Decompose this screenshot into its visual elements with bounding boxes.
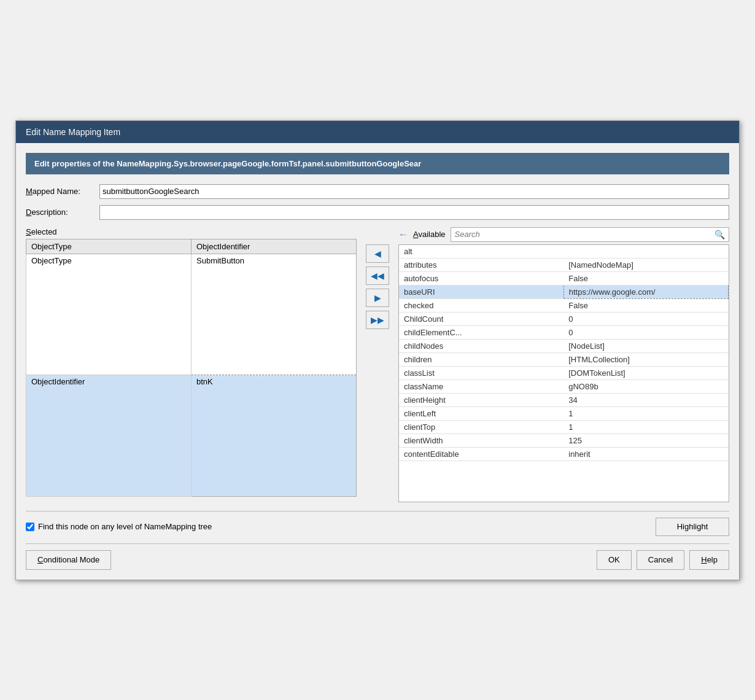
selected-col2-header: ObjectIdentifier: [192, 239, 357, 254]
available-panel: ← Available 🔍 altattributes[NamedNodeMap…: [398, 227, 729, 502]
dialog-title: Edit Name Mapping Item: [16, 121, 739, 143]
available-property: clientLeft: [399, 406, 563, 420]
available-value: 0: [563, 312, 728, 325]
table-row[interactable]: clientHeight34: [399, 393, 729, 406]
main-area: Selected ObjectType ObjectIdentifier Obj…: [26, 227, 729, 502]
available-value: [563, 245, 728, 259]
available-value: 34: [563, 393, 728, 406]
back-arrow-icon: ←: [398, 229, 408, 240]
available-property: classList: [399, 366, 563, 379]
available-property: alt: [399, 245, 563, 259]
available-property: autofocus: [399, 271, 563, 285]
table-row[interactable]: ObjectTypeSubmitButton: [26, 254, 357, 375]
highlight-button[interactable]: Highlight: [656, 518, 729, 536]
table-row[interactable]: baseURIhttps://www.google.com/: [399, 285, 729, 298]
mapped-name-input[interactable]: [99, 184, 729, 199]
selected-table: ObjectType ObjectIdentifier ObjectTypeSu…: [26, 239, 357, 497]
available-property: childElementC...: [399, 325, 563, 339]
move-left-button[interactable]: ◀: [366, 244, 389, 263]
table-row[interactable]: autofocusFalse: [399, 271, 729, 285]
search-input[interactable]: [451, 228, 711, 240]
table-row[interactable]: clientLeft1: [399, 406, 729, 420]
find-row: Find this node on any level of NameMappi…: [26, 518, 729, 536]
available-property: checked: [399, 298, 563, 312]
find-node-label: Find this node on any level of NameMappi…: [38, 522, 212, 531]
selected-cell-col1: ObjectIdentifier: [26, 375, 192, 497]
selected-cell-col2: SubmitButton: [192, 254, 357, 375]
available-header: ← Available 🔍: [398, 227, 729, 242]
ok-button[interactable]: OK: [597, 550, 632, 570]
table-row[interactable]: clientWidth125: [399, 434, 729, 447]
table-row[interactable]: clientTop1: [399, 420, 729, 434]
description-label: Description:: [26, 208, 99, 217]
find-node-checkbox[interactable]: [26, 523, 34, 531]
available-property: clientWidth: [399, 434, 563, 447]
available-property: children: [399, 352, 563, 366]
available-property: baseURI: [399, 285, 563, 298]
selected-cell-col1: ObjectType: [26, 254, 192, 375]
table-row[interactable]: childNodes[NodeList]: [399, 339, 729, 352]
available-value: 1: [563, 406, 728, 420]
table-row[interactable]: classNamegNO89b: [399, 379, 729, 393]
selected-label: Selected: [26, 227, 357, 236]
available-property: contentEditable: [399, 447, 563, 461]
move-right-all-button[interactable]: ▶▶: [366, 311, 389, 329]
available-value: [NamedNodeMap]: [563, 258, 728, 271]
mapped-name-label: Mapped Name:: [26, 187, 99, 196]
action-left: Conditional Mode: [26, 550, 111, 570]
table-row[interactable]: children[HTMLCollection]: [399, 352, 729, 366]
table-row[interactable]: attributes[NamedNodeMap]: [399, 258, 729, 271]
divider: [26, 543, 729, 544]
table-row[interactable]: childElementC...0: [399, 325, 729, 339]
find-left: Find this node on any level of NameMappi…: [26, 522, 212, 531]
available-property: clientHeight: [399, 393, 563, 406]
selected-cell-col2: btnK: [192, 375, 357, 497]
available-value: inherit: [563, 447, 728, 461]
search-wrapper: 🔍: [451, 227, 729, 242]
table-row[interactable]: checkedFalse: [399, 298, 729, 312]
move-right-button[interactable]: ▶: [366, 289, 389, 307]
available-value: gNO89b: [563, 379, 728, 393]
help-button[interactable]: Help: [689, 550, 729, 570]
conditional-mode-button[interactable]: Conditional Mode: [26, 550, 111, 570]
available-value: False: [563, 271, 728, 285]
available-value: 125: [563, 434, 728, 447]
selected-panel: Selected ObjectType ObjectIdentifier Obj…: [26, 227, 357, 502]
available-label: Available: [413, 230, 446, 239]
transfer-buttons: ◀ ◀◀ ▶ ▶▶: [362, 227, 393, 502]
available-value: [HTMLCollection]: [563, 352, 728, 366]
table-row[interactable]: ChildCount0: [399, 312, 729, 325]
bottom-area: Find this node on any level of NameMappi…: [26, 511, 729, 570]
edit-name-mapping-dialog: Edit Name Mapping Item Edit properties o…: [15, 120, 740, 580]
search-icon: 🔍: [711, 230, 729, 239]
mapped-name-row: Mapped Name:: [26, 184, 729, 199]
info-banner: Edit properties of the NameMapping.Sys.b…: [26, 153, 729, 174]
available-property: clientTop: [399, 420, 563, 434]
table-row[interactable]: classList[DOMTokenList]: [399, 366, 729, 379]
available-property: attributes: [399, 258, 563, 271]
available-value: [NodeList]: [563, 339, 728, 352]
action-right: OK Cancel Help: [597, 550, 729, 570]
description-row: Description:: [26, 205, 729, 220]
available-property: childNodes: [399, 339, 563, 352]
action-row: Conditional Mode OK Cancel Help: [26, 550, 729, 570]
table-row[interactable]: ObjectIdentifierbtnK: [26, 375, 357, 497]
table-row[interactable]: contentEditableinherit: [399, 447, 729, 461]
available-property: className: [399, 379, 563, 393]
available-value: 0: [563, 325, 728, 339]
available-value: https://www.google.com/: [563, 285, 728, 298]
move-left-all-button[interactable]: ◀◀: [366, 266, 389, 285]
table-row[interactable]: alt: [399, 245, 729, 259]
cancel-button[interactable]: Cancel: [637, 550, 684, 570]
available-value: False: [563, 298, 728, 312]
available-value: 1: [563, 420, 728, 434]
selected-col1-header: ObjectType: [26, 239, 192, 254]
available-property: ChildCount: [399, 312, 563, 325]
available-table[interactable]: altattributes[NamedNodeMap]autofocusFals…: [398, 244, 729, 502]
description-input[interactable]: [99, 205, 729, 220]
available-value: [DOMTokenList]: [563, 366, 728, 379]
